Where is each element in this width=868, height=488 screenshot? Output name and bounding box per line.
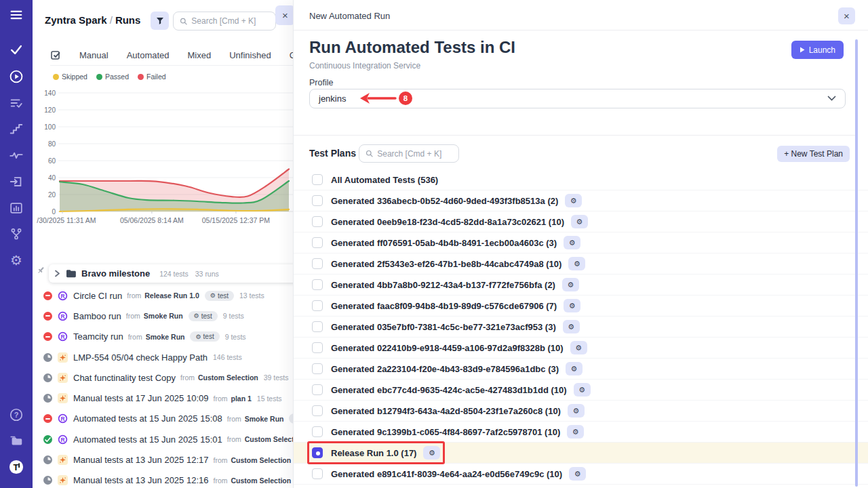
test-plan-row[interactable]: Generated ebc77c4d-9635-424c-ac5e-427483… — [294, 380, 868, 401]
launch-button[interactable]: Launch — [791, 41, 844, 59]
run-row[interactable]: Chat functinality test CopyfromCustom Se… — [33, 367, 293, 388]
sidebar-help-icon[interactable]: ? — [8, 407, 24, 423]
checkbox[interactable] — [312, 384, 323, 395]
test-plan-settings-button[interactable]: ⚙ — [423, 446, 440, 460]
run-name: LMP-554 05/04 check Happy Path — [73, 352, 208, 363]
test-plan-row[interactable]: Generated 4bb7a8b0-9212-43a4-b137-f772fe… — [294, 274, 868, 296]
test-plan-settings-button[interactable]: ⚙ — [568, 404, 585, 418]
run-row[interactable]: RAutomated tests at 15 Jun 2025 15:01fro… — [33, 429, 293, 449]
sidebar-branch-icon[interactable] — [8, 226, 24, 242]
sidebar-folder-stack-icon[interactable] — [8, 432, 24, 449]
test-plan-row[interactable]: Generated 022410b9-e918-4459-a106-97d2a9… — [294, 338, 868, 359]
project-name[interactable]: Zyntra Spark — [45, 14, 107, 26]
test-plan-settings-button[interactable]: ⚙ — [570, 341, 587, 354]
checkbox[interactable] — [312, 237, 323, 248]
test-plan-row[interactable]: Generated b12794f3-643a-4a2d-8504-23f1e7… — [294, 401, 868, 422]
checkbox[interactable] — [312, 321, 323, 332]
test-plan-row[interactable]: All Automated Tests (536) — [294, 169, 868, 190]
checkbox[interactable] — [312, 216, 323, 227]
gear-icon: ⚙ — [574, 260, 580, 268]
run-row[interactable]: RAutomated tests at 15 Jun 2025 15:08fro… — [33, 409, 293, 429]
test-plan-row[interactable]: Release Run 1.0 (17)⚙ — [294, 443, 868, 464]
runs-search-box[interactable] — [173, 12, 276, 30]
run-row[interactable]: Manual tests at 13 Jun 2025 12:16fromCus… — [33, 470, 293, 488]
checkbox[interactable] — [312, 258, 323, 269]
test-plan-row[interactable]: Generated 035e7bf0-7381-4c5c-be77-321e73… — [294, 317, 868, 338]
clock-status-icon — [43, 394, 52, 403]
test-plan-settings-button[interactable]: ⚙ — [562, 278, 579, 291]
test-plan-row[interactable]: Generated ff076591-05ab-4b4b-8491-1ecb00… — [294, 232, 868, 253]
run-source: Custom Selection — [245, 435, 293, 443]
close-runs-panel-button[interactable]: × — [275, 5, 295, 25]
test-plan-settings-button[interactable]: ⚙ — [567, 425, 584, 439]
test-plan-row[interactable]: Generated e891c41f-8039-4e64-aa24-e0d56e… — [294, 464, 868, 485]
checkbox[interactable] — [312, 174, 323, 185]
sidebar-gear-icon[interactable]: ⚙ — [8, 252, 24, 268]
checkbox[interactable] — [312, 279, 323, 290]
page-title: Run Automated Tests in CI — [309, 38, 515, 57]
tab-automated[interactable]: Automated — [127, 50, 170, 60]
chevron-right-icon[interactable] — [54, 270, 60, 277]
test-plans-search-box[interactable] — [359, 144, 459, 163]
filter-button[interactable] — [151, 12, 169, 30]
test-plan-settings-button[interactable]: ⚙ — [566, 362, 583, 375]
sidebar-pulse-icon[interactable] — [8, 147, 24, 163]
run-row[interactable]: RCircle CI runfromRelease Run 1.0⚙test13… — [33, 285, 293, 306]
test-plan-row[interactable]: Generated 0eeb9e18-f23d-4cd5-82dd-8a1a73… — [294, 211, 868, 232]
runs-history-chart: 02040608010012014004/30/2025 11:31 AM05/… — [37, 79, 293, 230]
profile-select[interactable]: jenkins — [309, 89, 846, 108]
checkbox[interactable] — [312, 405, 323, 416]
spark-icon — [58, 475, 68, 485]
gear-icon: ⚙ — [569, 239, 576, 247]
run-row[interactable]: LMP-554 05/04 check Happy Path146 tests — [33, 347, 293, 367]
test-plan-row[interactable]: Generated 336abecb-0b52-4d60-9ded-493f3f… — [294, 190, 868, 211]
test-plan-row[interactable]: Generated faac8f09-94b8-4b19-89d9-c576cd… — [294, 296, 868, 317]
checkbox-checked[interactable] — [312, 447, 323, 458]
runs-tabs: ManualAutomatedMixedUnfinishedGroups — [50, 47, 293, 66]
run-row[interactable]: Manual tests at 13 Jun 2025 12:17fromCus… — [33, 449, 293, 470]
test-plan-settings-button[interactable]: ⚙ — [565, 194, 582, 207]
close-modal-button[interactable]: × — [838, 7, 855, 24]
checkbox[interactable] — [312, 468, 323, 479]
run-row[interactable]: RTeamcity runfromSmoke Run⚙test9 tests — [33, 327, 293, 347]
run-row[interactable]: RBamboo runfromSmoke Run⚙test9 tests — [33, 306, 293, 326]
runs-search-input[interactable] — [191, 16, 269, 26]
test-plan-label: Generated ff076591-05ab-4b4b-8491-1ecb00… — [331, 238, 557, 248]
sidebar-list-check-icon[interactable] — [8, 95, 24, 111]
test-plan-settings-button[interactable]: ⚙ — [564, 299, 580, 312]
sidebar-play-circle-icon[interactable] — [8, 68, 24, 85]
sidebar-check-icon[interactable] — [8, 41, 24, 58]
tab-mixed[interactable]: Mixed — [188, 50, 212, 60]
test-plan-row[interactable]: Generated 2a223104-f20e-4b43-83d9-e78459… — [294, 359, 868, 380]
scrollbar[interactable] — [855, 39, 858, 487]
test-plan-settings-button[interactable]: ⚙ — [564, 236, 580, 249]
sidebar-bar-chart-icon[interactable] — [8, 200, 24, 216]
test-plan-settings-button[interactable]: ⚙ — [571, 215, 588, 228]
sidebar-logo-icon[interactable]: T — [8, 459, 24, 475]
test-plan-row[interactable]: Generated 9c1399b1-c065-4f84-8697-7af2c5… — [294, 422, 868, 443]
tab-unfinished[interactable]: Unfinished — [229, 50, 271, 60]
test-plan-settings-button[interactable]: ⚙ — [574, 383, 591, 396]
checkbox[interactable] — [312, 426, 323, 437]
checkbox[interactable] — [312, 342, 323, 353]
clock-status-icon — [43, 373, 52, 382]
gear-icon: ⚙ — [194, 312, 199, 319]
test-plan-label: Generated ebc77c4d-9635-424c-ac5e-427483… — [331, 385, 567, 395]
sidebar-menu-icon[interactable] — [8, 7, 24, 23]
sidebar-steps-icon[interactable] — [8, 121, 24, 137]
sidebar-import-icon[interactable] — [8, 174, 24, 190]
test-plan-settings-button[interactable]: ⚙ — [568, 257, 585, 270]
tab-manual[interactable]: Manual — [79, 50, 108, 60]
test-plan-label: Generated 2a223104-f20e-4b43-83d9-e78459… — [331, 364, 559, 374]
test-plans-search-input[interactable] — [377, 149, 452, 159]
checkbox[interactable] — [312, 195, 323, 206]
checkbox[interactable] — [312, 363, 323, 374]
checkbox[interactable] — [312, 300, 323, 311]
test-plan-row[interactable]: Generated 2f5343e3-ef26-47b1-be8b-44cabc… — [294, 253, 868, 274]
select-all-icon[interactable] — [50, 49, 61, 60]
test-plan-settings-button[interactable]: ⚙ — [569, 467, 586, 481]
milestone-row[interactable]: Bravo milestone124 tests33 runs — [49, 264, 293, 283]
run-row[interactable]: Manual tests at 17 Jun 2025 10:09frompla… — [33, 388, 293, 408]
test-plan-settings-button[interactable]: ⚙ — [563, 320, 580, 333]
new-test-plan-button[interactable]: + New Test Plan — [777, 146, 850, 162]
